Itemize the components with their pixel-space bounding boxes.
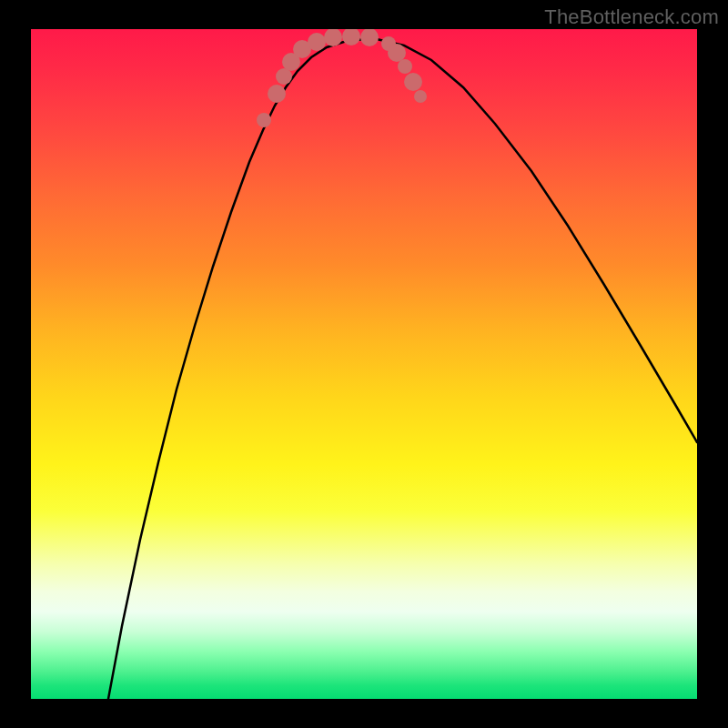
curve-marker — [308, 33, 326, 51]
chart-frame: TheBottleneck.com — [0, 0, 728, 728]
curve-svg — [31, 29, 697, 699]
watermark-text: TheBottleneck.com — [544, 5, 719, 29]
curve-marker — [404, 73, 422, 91]
curve-marker — [360, 29, 379, 46]
curve-marker — [414, 90, 427, 103]
curve-marker — [398, 59, 412, 74]
curve-marker — [388, 44, 406, 62]
bottleneck-curve — [108, 39, 697, 699]
plot-area — [31, 29, 697, 699]
curve-marker — [268, 85, 286, 103]
curve-marker — [342, 29, 360, 46]
curve-marker — [257, 113, 271, 127]
